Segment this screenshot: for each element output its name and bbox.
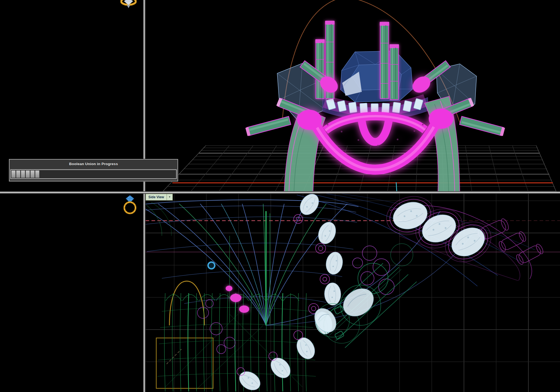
- progress-bar: [10, 169, 177, 179]
- viewport-side-view[interactable]: Side View ▼: [146, 194, 560, 392]
- green-prong-mesh: [157, 293, 316, 391]
- viewport-bottom-left[interactable]: [0, 194, 143, 392]
- side-ring-wireframe: [146, 194, 560, 392]
- progress-dialog: Boolean Union in Progress: [9, 159, 178, 181]
- progress-segment: [31, 171, 35, 178]
- progress-segment: [35, 171, 39, 178]
- viewport-divider-horizontal[interactable]: [0, 191, 560, 194]
- cyan-ring-marker: [208, 262, 215, 269]
- gold-ring-top-icon: [120, 0, 137, 9]
- chevron-down-icon[interactable]: ▼: [167, 194, 172, 200]
- perspective-ring-wireframe: [146, 0, 560, 192]
- progress-dialog-title: Boolean Union in Progress: [10, 160, 178, 169]
- cyan-axis-tick: [396, 183, 397, 192]
- progress-segment: [16, 171, 20, 178]
- progress-segment: [21, 171, 25, 178]
- viewport-perspective[interactable]: [146, 0, 560, 192]
- center-gem: [340, 51, 413, 102]
- progress-segment: [26, 171, 30, 178]
- progress-segment: [11, 171, 16, 178]
- viewport-divider-vertical[interactable]: [143, 0, 146, 392]
- cad-workspace: Side View ▼: [0, 0, 560, 392]
- three-stone-cluster: [353, 194, 544, 295]
- viewport-label[interactable]: Side View ▼: [146, 194, 173, 200]
- gold-ring-icon: [122, 195, 137, 215]
- viewport-label-text[interactable]: Side View: [146, 194, 167, 200]
